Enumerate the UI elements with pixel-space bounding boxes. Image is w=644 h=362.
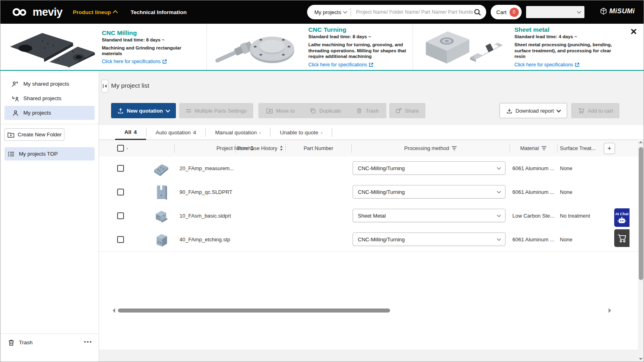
upload-icon [118, 108, 124, 114]
tab-manual-quotation[interactable]: Manual quotation - [206, 125, 270, 140]
external-link-icon [369, 62, 374, 67]
tab-all[interactable]: All 4 [115, 125, 146, 140]
row-checkbox[interactable] [117, 165, 124, 172]
row-checkbox[interactable] [117, 236, 124, 243]
create-new-folder-button[interactable]: Create New Folder [4, 128, 64, 141]
scroll-down-arrow[interactable] [639, 358, 643, 360]
multiple-parts-settings-label: Multiple Parts Settings [195, 108, 247, 114]
vertical-scrollbar[interactable] [638, 139, 644, 362]
tab-label: All [124, 129, 131, 135]
horizontal-scrollbar[interactable] [99, 307, 622, 314]
account-select[interactable] [526, 6, 584, 18]
chevron-down-icon [497, 213, 501, 217]
chevron-down-icon [165, 108, 170, 112]
horizontal-scrollbar-thumb[interactable] [118, 309, 390, 313]
filter-icon[interactable] [452, 146, 457, 150]
trash-label: Trash [365, 108, 379, 114]
banner-lead: Standard lead time: 8 days ~ [308, 34, 408, 39]
search-icon[interactable] [474, 8, 481, 16]
floating-cart-button[interactable] [614, 229, 630, 247]
scroll-up-arrow[interactable] [639, 141, 643, 143]
sidebar-item-label: My shared projects [23, 81, 69, 87]
nav-links: Product lineup Technical Information [73, 9, 187, 15]
part-thumbnail[interactable] [152, 159, 170, 178]
ai-chat-button[interactable]: AI Chat [614, 208, 630, 227]
sidebar-item-my-projects-top[interactable]: My projects TOP [4, 147, 95, 160]
processing-method-select[interactable]: CNC-Milling/Turning [353, 232, 506, 246]
processing-method-select[interactable]: CNC-Milling/Turning [353, 185, 506, 199]
part-thumbnail[interactable] [152, 183, 170, 202]
divider [0, 124, 99, 124]
collapse-pane-icon [103, 84, 107, 88]
more-options-button[interactable] [84, 341, 91, 343]
sidebar-item-trash[interactable]: Trash [0, 333, 99, 351]
part-thumbnail[interactable] [152, 230, 170, 249]
search-input[interactable] [355, 9, 474, 15]
sliders-icon [186, 108, 192, 114]
scroll-right-arrow[interactable] [609, 308, 611, 313]
specs-link-sheet-metal[interactable]: Click here for specifications [514, 62, 614, 68]
project-name[interactable]: 10_FAsm_basic.sldprt [180, 213, 231, 219]
meviy-logo-icon [12, 7, 30, 17]
sidebar-item-my-shared-projects[interactable]: My shared projects [4, 77, 95, 91]
nav-product-lineup[interactable]: Product lineup [73, 9, 117, 15]
table-row[interactable]: 90_FAmp_qc.SLDPRT CNC-Milling/Turning 60… [99, 180, 644, 204]
processing-method-select[interactable]: CNC-Milling/Turning [353, 161, 506, 175]
trash-button[interactable]: Trash [349, 108, 386, 114]
column-header-part-number[interactable]: Part Number [285, 140, 351, 156]
global-search: My projects [307, 5, 486, 19]
divider [351, 8, 351, 16]
banner-close-button[interactable]: ✕ [627, 27, 640, 36]
column-header-processing-method[interactable]: Processing method [351, 140, 510, 156]
sidebar-item-my-projects[interactable]: My projects [4, 106, 95, 120]
cart-button[interactable]: Cart 0 [491, 5, 522, 19]
scroll-left-arrow[interactable] [113, 308, 115, 313]
processing-method-select[interactable]: Sheet Metal [353, 209, 506, 222]
collapse-sidebar-button[interactable] [101, 80, 108, 93]
column-header-purchase-history[interactable]: Purchase History [235, 140, 285, 156]
table-row[interactable]: 20_FAmp_measurem... CNC-Milling/Turning … [99, 156, 644, 181]
duplicate-button[interactable]: Duplicate [302, 108, 349, 114]
new-quotation-button[interactable]: New quotation [111, 103, 176, 118]
multiple-parts-settings-button[interactable]: Multiple Parts Settings [179, 103, 253, 118]
share-button[interactable]: Share [389, 103, 425, 118]
material-value: 6061 Aluminum ... [512, 165, 557, 171]
vertical-scrollbar-thumb[interactable] [639, 147, 643, 280]
sort-icon[interactable] [280, 146, 283, 151]
nav-technical-information[interactable]: Technical Information [131, 9, 187, 15]
add-to-cart-button[interactable]: Add to cart [571, 103, 619, 118]
row-checkbox[interactable] [117, 189, 124, 195]
product-banner: CNC Milling Standard lead time: 8 days ~… [0, 24, 644, 70]
project-name[interactable]: 90_FAmp_qc.SLDPRT [180, 189, 232, 195]
banner-title: CNC Turning [308, 26, 408, 33]
meviy-logo[interactable]: meviy [12, 6, 62, 19]
table-row[interactable]: 40_FAmp_etching.stp CNC-Milling/Turning … [99, 228, 644, 252]
row-checkbox[interactable] [117, 212, 124, 219]
sidebar-item-shared-projects[interactable]: Shared projects [4, 91, 95, 105]
specs-link-cnc-milling[interactable]: Click here for specifications [102, 59, 202, 64]
surface-treatment-value: No treatment [560, 213, 590, 219]
surface-treatment-value: None [560, 237, 572, 243]
column-header-surface-treatment[interactable]: Surface Treat... [560, 140, 596, 156]
specs-link-cnc-turning[interactable]: Click here for specifications [308, 62, 408, 68]
chevron-down-icon [497, 166, 501, 170]
chevron-down-icon [343, 10, 347, 14]
table-row[interactable]: 10_FAsm_basic.sldprt Sheet Metal Low Car… [99, 204, 644, 228]
material-value: 6061 Aluminum ... [512, 237, 557, 243]
banner-desc: Machining and Grinding rectangular mater… [102, 45, 202, 57]
column-header-material[interactable]: Material [510, 140, 557, 156]
part-thumbnail[interactable] [152, 207, 170, 225]
search-scope-select[interactable]: My projects [312, 9, 348, 15]
cart-icon [578, 107, 584, 114]
tab-auto-quotation[interactable]: Auto quotation 4 [147, 125, 206, 140]
select-all-checkbox[interactable] [117, 145, 124, 152]
tab-unable-to-quote[interactable]: Unable to quote - [270, 125, 332, 140]
tab-count: 4 [134, 129, 137, 135]
project-name[interactable]: 20_FAmp_measurem... [180, 165, 234, 171]
filter-icon[interactable] [541, 146, 547, 150]
project-name[interactable]: 40_FAmp_etching.stp [180, 237, 230, 243]
download-report-button[interactable]: Download report [500, 103, 567, 118]
add-column-button[interactable]: + [604, 143, 615, 154]
divider [332, 128, 332, 137]
move-to-button[interactable]: Move to [258, 108, 302, 114]
